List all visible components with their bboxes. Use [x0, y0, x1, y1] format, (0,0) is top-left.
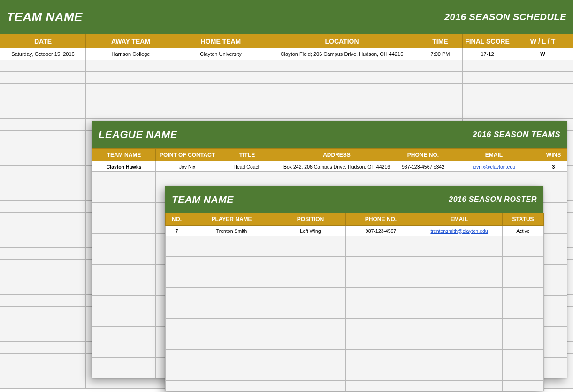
teams-cell[interactable] — [156, 172, 219, 182]
teams-cell[interactable] — [92, 203, 156, 213]
teams-cell-address[interactable]: Box 242, 206 Campus Drive, Hudson, OH 44… — [275, 161, 398, 172]
teams-cell[interactable] — [540, 327, 567, 337]
roster-cell[interactable] — [275, 360, 346, 370]
teams-cell[interactable] — [540, 223, 567, 234]
roster-cell[interactable] — [346, 246, 416, 257]
roster-cell[interactable] — [346, 381, 416, 391]
schedule-cell[interactable] — [0, 166, 86, 177]
schedule-cell[interactable] — [86, 60, 176, 72]
roster-cell[interactable] — [346, 329, 416, 339]
roster-cell[interactable] — [188, 308, 275, 319]
schedule-cell[interactable] — [418, 107, 463, 119]
roster-empty-row[interactable] — [166, 308, 544, 319]
schedule-empty-row[interactable] — [0, 95, 573, 107]
schedule-cell[interactable] — [0, 60, 86, 72]
schedule-cell[interactable] — [512, 107, 573, 119]
schedule-cell[interactable] — [0, 330, 86, 342]
teams-cell-wins[interactable]: 3 — [540, 161, 567, 172]
roster-cell[interactable] — [188, 288, 275, 298]
schedule-cell[interactable] — [0, 236, 86, 248]
roster-cell[interactable] — [166, 350, 188, 360]
roster-cell[interactable] — [346, 257, 416, 267]
roster-cell[interactable] — [346, 277, 416, 288]
teams-cell[interactable] — [92, 306, 156, 316]
teams-cell[interactable] — [92, 316, 156, 327]
teams-cell[interactable] — [540, 182, 567, 192]
roster-empty-row[interactable] — [166, 288, 544, 298]
teams-cell[interactable] — [540, 265, 567, 275]
schedule-cell[interactable] — [266, 107, 418, 119]
teams-cell-team-name[interactable]: Clayton Hawks — [92, 161, 156, 172]
roster-cell[interactable] — [346, 319, 416, 329]
schedule-cell[interactable] — [0, 354, 86, 365]
teams-cell[interactable] — [448, 172, 540, 182]
roster-empty-row[interactable] — [166, 329, 544, 339]
roster-cell[interactable] — [188, 319, 275, 329]
schedule-cell[interactable] — [463, 107, 512, 119]
teams-cell[interactable] — [540, 254, 567, 265]
teams-cell[interactable] — [540, 285, 567, 296]
teams-cell[interactable] — [540, 337, 567, 347]
roster-cell[interactable] — [416, 267, 503, 277]
teams-cell[interactable] — [92, 347, 156, 358]
roster-cell[interactable] — [503, 360, 544, 370]
schedule-cell[interactable] — [86, 72, 176, 84]
teams-cell[interactable] — [540, 368, 567, 378]
roster-cell[interactable] — [166, 319, 188, 329]
teams-cell[interactable] — [540, 203, 567, 213]
roster-cell[interactable] — [275, 246, 346, 257]
schedule-cell[interactable] — [0, 365, 86, 377]
schedule-empty-row[interactable] — [0, 84, 573, 95]
schedule-cell[interactable] — [266, 95, 418, 107]
schedule-cell[interactable] — [266, 60, 418, 72]
roster-cell[interactable] — [275, 339, 346, 350]
teams-cell[interactable] — [92, 265, 156, 275]
schedule-cell-wlt[interactable]: W — [512, 48, 573, 60]
roster-cell[interactable] — [275, 329, 346, 339]
schedule-cell[interactable] — [463, 95, 512, 107]
roster-cell[interactable] — [416, 288, 503, 298]
schedule-cell[interactable] — [0, 295, 86, 307]
roster-empty-row[interactable] — [166, 267, 544, 277]
teams-cell[interactable] — [540, 306, 567, 316]
schedule-cell[interactable] — [0, 283, 86, 295]
roster-cell[interactable] — [503, 319, 544, 329]
schedule-cell[interactable] — [418, 72, 463, 84]
schedule-cell[interactable] — [0, 271, 86, 283]
roster-empty-row[interactable] — [166, 277, 544, 288]
roster-cell[interactable] — [166, 288, 188, 298]
teams-cell[interactable] — [92, 285, 156, 296]
roster-cell[interactable] — [166, 298, 188, 308]
schedule-cell[interactable] — [176, 95, 266, 107]
roster-cell[interactable] — [166, 246, 188, 257]
roster-data-row[interactable]: 7Trenton SmithLeft Wing987-123-4567trent… — [166, 226, 544, 236]
teams-cell[interactable] — [92, 244, 156, 254]
roster-cell[interactable] — [188, 267, 275, 277]
roster-cell[interactable] — [346, 288, 416, 298]
roster-cell-position[interactable]: Left Wing — [275, 226, 346, 236]
teams-cell[interactable] — [540, 213, 567, 223]
roster-cell[interactable] — [416, 277, 503, 288]
schedule-cell[interactable] — [0, 189, 86, 201]
schedule-cell[interactable] — [418, 60, 463, 72]
roster-cell[interactable] — [503, 370, 544, 381]
roster-empty-row[interactable] — [166, 350, 544, 360]
roster-cell[interactable] — [416, 381, 503, 391]
teams-cell-email[interactable]: joynix@clayton.edu — [448, 161, 540, 172]
roster-cell[interactable] — [166, 277, 188, 288]
schedule-cell[interactable] — [463, 60, 512, 72]
roster-cell[interactable] — [346, 339, 416, 350]
schedule-cell[interactable] — [86, 107, 176, 119]
roster-cell-no[interactable]: 7 — [166, 226, 188, 236]
roster-cell[interactable] — [166, 360, 188, 370]
teams-cell[interactable] — [540, 192, 567, 203]
roster-cell[interactable] — [166, 370, 188, 381]
roster-empty-row[interactable] — [166, 236, 544, 246]
roster-cell[interactable] — [416, 370, 503, 381]
schedule-cell-location[interactable]: Clayton Field; 206 Campus Drive, Hudson,… — [266, 48, 418, 60]
roster-cell[interactable] — [346, 370, 416, 381]
teams-cell[interactable] — [92, 182, 156, 192]
schedule-data-row[interactable]: Saturday, October 15, 2016Harrison Colle… — [0, 48, 573, 60]
schedule-cell[interactable] — [176, 84, 266, 95]
schedule-cell[interactable] — [512, 84, 573, 95]
